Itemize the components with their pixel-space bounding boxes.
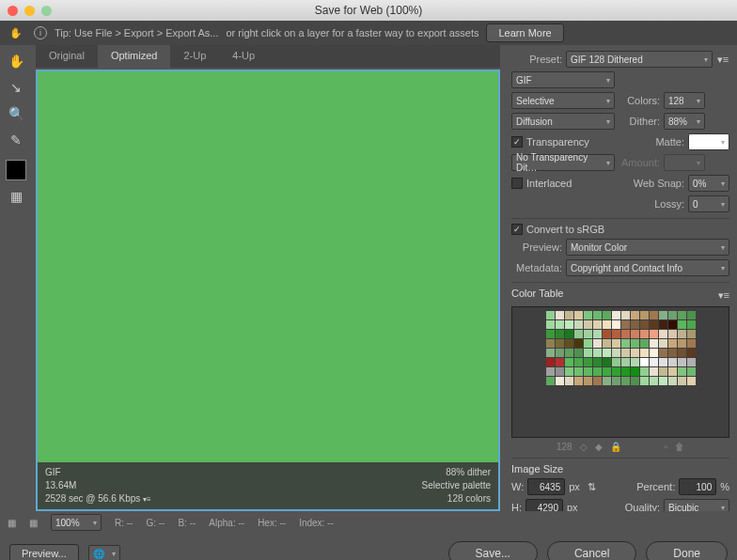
preset-menu-icon[interactable]: ▾≡: [716, 54, 729, 66]
preview-button[interactable]: Preview...: [9, 544, 79, 560]
color-swatch[interactable]: [546, 377, 555, 385]
color-swatch[interactable]: [678, 377, 686, 385]
color-swatch[interactable]: [556, 377, 564, 385]
color-swatch[interactable]: [650, 349, 658, 357]
diffusion-select[interactable]: Diffusion: [511, 113, 615, 130]
color-swatch[interactable]: [603, 311, 611, 319]
transparency-checkbox[interactable]: ✓: [511, 136, 523, 148]
color-swatch[interactable]: [593, 339, 602, 348]
color-swatch[interactable]: [631, 330, 639, 338]
tab-4up[interactable]: 4-Up: [219, 45, 268, 68]
color-swatch[interactable]: [574, 367, 583, 376]
color-swatch[interactable]: [574, 358, 583, 366]
color-swatch[interactable]: [668, 367, 677, 376]
color-swatch[interactable]: [546, 311, 555, 319]
matte-select[interactable]: [688, 133, 729, 150]
color-swatch[interactable]: [650, 367, 658, 376]
color-swatch[interactable]: [668, 320, 677, 329]
color-swatch[interactable]: [678, 339, 686, 348]
color-swatch[interactable]: [546, 330, 555, 338]
color-swatch[interactable]: [678, 349, 686, 357]
ct-icon-1[interactable]: ◇: [580, 442, 588, 452]
hand-tool[interactable]: ✋: [6, 51, 26, 71]
metadata-select[interactable]: Copyright and Contact Info: [566, 259, 729, 276]
color-swatch[interactable]: [621, 349, 630, 357]
color-swatch[interactable]: [668, 311, 677, 319]
color-swatch[interactable]: [603, 320, 611, 329]
color-swatch[interactable]: [687, 358, 696, 366]
color-swatch[interactable]: [687, 320, 696, 329]
color-swatch[interactable]: [584, 311, 592, 319]
preset-select[interactable]: GIF 128 Dithered: [566, 51, 713, 68]
color-swatch[interactable]: [687, 367, 696, 376]
color-swatch[interactable]: [584, 320, 592, 329]
color-swatch[interactable]: [650, 358, 658, 366]
color-swatch[interactable]: [603, 349, 611, 357]
colortable-menu-icon[interactable]: ▾≡: [718, 289, 729, 302]
color-swatch[interactable]: [678, 320, 686, 329]
color-swatch[interactable]: [612, 330, 620, 338]
format-select[interactable]: GIF: [511, 71, 615, 88]
lossy-select[interactable]: 0: [688, 195, 729, 212]
color-swatch[interactable]: [668, 358, 677, 366]
color-swatch[interactable]: [584, 367, 592, 376]
color-swatch[interactable]: [546, 339, 555, 348]
done-button[interactable]: Done: [646, 541, 728, 560]
color-swatch[interactable]: [678, 358, 686, 366]
foreground-swatch[interactable]: [6, 160, 26, 180]
learn-more-button[interactable]: Learn More: [486, 23, 563, 42]
link-icon[interactable]: ⇅: [588, 481, 596, 493]
color-swatch[interactable]: [593, 358, 602, 366]
zoom-tool[interactable]: 🔍: [6, 103, 26, 124]
color-swatch[interactable]: [621, 311, 630, 319]
reduction-select[interactable]: Selective: [511, 92, 615, 109]
color-swatch[interactable]: [556, 349, 564, 357]
color-swatch[interactable]: [593, 320, 602, 329]
eyedropper-tool[interactable]: ✎: [6, 130, 26, 150]
color-swatch[interactable]: [584, 358, 592, 366]
color-table[interactable]: [511, 306, 729, 438]
color-swatch[interactable]: [631, 377, 639, 385]
color-swatch[interactable]: [640, 339, 649, 348]
color-swatch[interactable]: [650, 311, 658, 319]
color-swatch[interactable]: [631, 339, 639, 348]
color-swatch[interactable]: [668, 349, 677, 357]
color-swatch[interactable]: [565, 339, 573, 348]
zoom-select[interactable]: 100%: [51, 514, 102, 531]
color-swatch[interactable]: [659, 320, 667, 329]
color-swatch[interactable]: [565, 349, 573, 357]
color-swatch[interactable]: [621, 377, 630, 385]
save-button[interactable]: Save...: [448, 541, 538, 560]
ct-icon-2[interactable]: ◆: [595, 442, 603, 452]
color-swatch[interactable]: [659, 339, 667, 348]
color-swatch[interactable]: [640, 349, 649, 357]
color-swatch[interactable]: [574, 349, 583, 357]
color-swatch[interactable]: [631, 311, 639, 319]
tab-2up[interactable]: 2-Up: [170, 45, 219, 68]
color-swatch[interactable]: [603, 330, 611, 338]
color-swatch[interactable]: [593, 377, 602, 385]
color-swatch[interactable]: [565, 320, 573, 329]
color-swatch[interactable]: [659, 311, 667, 319]
color-swatch[interactable]: [593, 349, 602, 357]
color-swatch[interactable]: [687, 330, 696, 338]
color-swatch[interactable]: [565, 311, 573, 319]
color-swatch[interactable]: [574, 339, 583, 348]
color-swatch[interactable]: [546, 358, 555, 366]
grid-icon-2[interactable]: ▦: [29, 518, 38, 528]
color-swatch[interactable]: [631, 349, 639, 357]
color-swatch[interactable]: [556, 320, 564, 329]
color-swatch[interactable]: [678, 311, 686, 319]
color-swatch[interactable]: [659, 358, 667, 366]
color-swatch[interactable]: [687, 377, 696, 385]
color-swatch[interactable]: [640, 311, 649, 319]
color-swatch[interactable]: [603, 358, 611, 366]
color-swatch[interactable]: [565, 358, 573, 366]
color-swatch[interactable]: [593, 311, 602, 319]
color-swatch[interactable]: [612, 339, 620, 348]
color-swatch[interactable]: [612, 320, 620, 329]
color-swatch[interactable]: [574, 330, 583, 338]
color-swatch[interactable]: [621, 330, 630, 338]
color-swatch[interactable]: [640, 330, 649, 338]
interlaced-checkbox[interactable]: [511, 178, 523, 189]
